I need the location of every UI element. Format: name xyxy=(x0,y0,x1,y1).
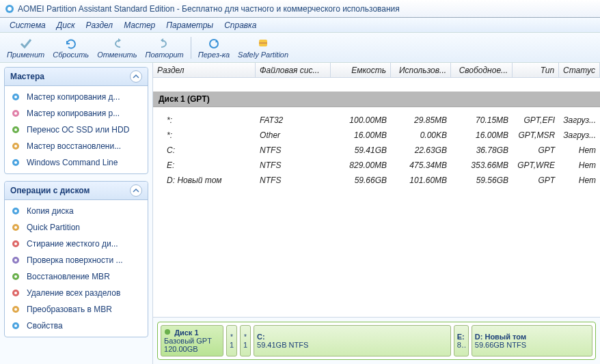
partition-row[interactable]: *:FAT32100.00MB29.85MB70.15MBGPT,EFIЗагр… xyxy=(163,113,600,128)
diskmap-block-efi[interactable]: *1 xyxy=(226,325,237,356)
wizard-icon xyxy=(10,124,23,135)
cell-status: Нет xyxy=(559,176,600,185)
wizard-item[interactable]: Windows Command Line xyxy=(6,154,146,171)
diskmap-disk[interactable]: Диск 1 Базовый GPT 120.00GB xyxy=(161,325,223,356)
col-fs[interactable]: Файловая сис... xyxy=(256,63,331,77)
col-capacity[interactable]: Емкость xyxy=(331,63,391,77)
diskop-item[interactable]: Свойства xyxy=(6,318,146,334)
tool-discard[interactable]: Сбросить xyxy=(49,37,93,59)
diskop-item[interactable]: Преобразовать в MBR xyxy=(6,301,146,318)
svg-point-24 xyxy=(14,275,17,278)
diskop-icon xyxy=(10,304,23,315)
diskop-label: Удаление всех разделов xyxy=(27,288,120,298)
check-icon xyxy=(18,37,33,51)
cell-type: GPT,EFI xyxy=(513,115,559,125)
tool-safely[interactable]: Safely Partition xyxy=(234,37,292,59)
partition-row[interactable]: D: Новый томNTFS59.66GB101.60MB59.56GBGP… xyxy=(163,173,600,188)
cell-status: Нет xyxy=(559,160,600,170)
cell-name: *: xyxy=(163,130,256,140)
wizard-item[interactable]: Мастер копирования р... xyxy=(6,105,146,122)
svg-rect-4 xyxy=(259,42,267,44)
diskop-item[interactable]: Стирание жесткого ди... xyxy=(6,236,146,252)
svg-point-12 xyxy=(14,145,17,148)
col-used[interactable]: Использов... xyxy=(391,63,451,77)
cell-fs: NTFS xyxy=(256,176,331,185)
diskmap-block-e[interactable]: E:8.. xyxy=(454,325,469,356)
wizard-label: Мастер копирования р... xyxy=(27,109,120,118)
cell-type: GPT xyxy=(513,176,559,185)
diskop-item[interactable]: Проверка поверхности ... xyxy=(6,252,146,268)
toolbar: Применит Сбросить Отменить Повторит Пере… xyxy=(0,33,600,63)
partition-row[interactable]: *:Other16.00MB0.00KB16.00MBGPT,MSRЗагруз… xyxy=(163,128,600,143)
diskmap-block-c[interactable]: C:59.41GB NTFS xyxy=(254,325,451,356)
reload-icon xyxy=(206,37,221,51)
cell-free: 70.15MB xyxy=(451,115,513,125)
diskmap-block-d[interactable]: D: Новый том59.66GB NTFS xyxy=(472,325,592,356)
panel-wizards-header[interactable]: Мастера xyxy=(5,68,148,86)
col-partition[interactable]: Раздел xyxy=(153,63,256,77)
col-free[interactable]: Свободное... xyxy=(451,63,513,77)
wizard-item[interactable]: Перенос OC SSD или HDD xyxy=(6,122,146,138)
svg-point-14 xyxy=(14,161,17,164)
svg-point-18 xyxy=(14,226,17,229)
diskop-icon xyxy=(10,222,23,233)
cell-fs: Other xyxy=(256,130,331,140)
svg-point-10 xyxy=(14,128,17,131)
cell-free: 16.00MB xyxy=(451,130,513,140)
svg-point-31 xyxy=(165,329,170,335)
partition-row[interactable]: E:NTFS829.00MB475.34MB353.66MBGPT,WREНет xyxy=(163,158,600,173)
panel-wizards: Мастера Мастер копирования д...Мастер ко… xyxy=(4,67,148,174)
col-status[interactable]: Статус xyxy=(559,63,600,77)
cell-type: GPT,MSR xyxy=(513,130,559,140)
menubar: Система Диск Раздел Мастер Параметры Спр… xyxy=(0,18,600,33)
content: Раздел Файловая сис... Емкость Использов… xyxy=(153,63,600,364)
wizard-label: Мастер копирования д... xyxy=(27,92,120,102)
diskop-item[interactable]: Quick Partition xyxy=(6,219,146,236)
diskop-icon xyxy=(10,288,23,298)
menu-partition[interactable]: Раздел xyxy=(81,19,119,31)
diskop-item[interactable]: Копия диска xyxy=(6,203,146,219)
wizard-item[interactable]: Мастер копирования д... xyxy=(6,89,146,105)
panel-diskops-header[interactable]: Операции с диском xyxy=(5,182,148,200)
cell-cap: 16.00MB xyxy=(331,130,391,140)
wizard-icon xyxy=(10,108,23,119)
svg-point-8 xyxy=(14,112,17,115)
menu-options[interactable]: Параметры xyxy=(161,19,219,31)
diskop-label: Копия диска xyxy=(27,206,74,216)
svg-point-30 xyxy=(14,324,17,327)
cell-used: 101.60MB xyxy=(391,176,451,185)
undo-icon xyxy=(109,37,124,51)
chevron-up-icon[interactable] xyxy=(130,184,142,197)
diskop-item[interactable]: Удаление всех разделов xyxy=(6,285,146,301)
col-type[interactable]: Тип xyxy=(513,63,559,77)
sidebar: Мастера Мастер копирования д...Мастер ко… xyxy=(0,63,153,364)
cell-used: 475.34MB xyxy=(391,160,451,170)
cell-cap: 100.00MB xyxy=(331,115,391,125)
diskop-item[interactable]: Восстановление MBR xyxy=(6,268,146,285)
menu-wizard[interactable]: Мастер xyxy=(118,19,161,31)
tool-redo[interactable]: Повторит xyxy=(141,37,188,59)
diskop-label: Свойства xyxy=(27,321,63,331)
menu-help[interactable]: Справка xyxy=(219,19,262,31)
cell-status: Загруз... xyxy=(559,115,600,125)
svg-point-20 xyxy=(14,242,17,245)
wizard-icon xyxy=(10,157,23,168)
disk-group-header[interactable]: Диск 1 (GPT) xyxy=(153,92,600,107)
diskmap-block-msr[interactable]: *1 xyxy=(240,325,251,356)
diskmap-area: Диск 1 Базовый GPT 120.00GB *1 *1 C:59.4… xyxy=(153,317,600,364)
tool-apply[interactable]: Применит xyxy=(3,37,49,59)
diskop-label: Преобразовать в MBR xyxy=(27,305,112,314)
wizard-label: Перенос OC SSD или HDD xyxy=(27,125,129,135)
wizard-item[interactable]: Мастер восстановлени... xyxy=(6,138,146,154)
diskop-icon xyxy=(10,238,23,249)
tool-undo[interactable]: Отменить xyxy=(93,37,141,59)
chevron-up-icon[interactable] xyxy=(130,70,142,83)
diskop-label: Стирание жесткого ди... xyxy=(27,239,118,249)
menu-disk[interactable]: Диск xyxy=(51,19,81,31)
cell-fs: NTFS xyxy=(256,145,331,155)
tool-reload[interactable]: Перез-ка xyxy=(194,37,234,59)
menu-system[interactable]: Система xyxy=(4,19,51,31)
cell-used: 29.85MB xyxy=(391,115,451,125)
wizard-label: Мастер восстановлени... xyxy=(27,141,121,151)
partition-row[interactable]: C:NTFS59.41GB22.63GB36.78GBGPTНет xyxy=(163,143,600,158)
